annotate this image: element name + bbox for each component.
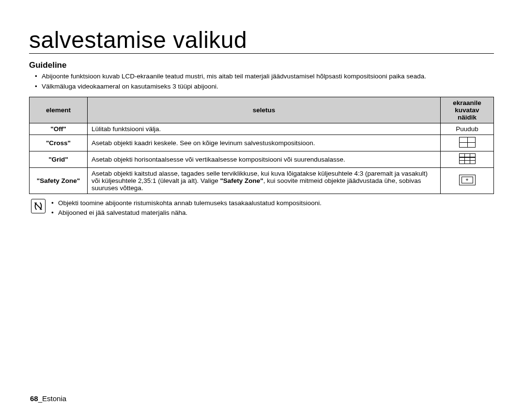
opt-display xyxy=(441,151,494,167)
opt-display: Puudub xyxy=(441,123,494,135)
options-table: element seletus ekraanile kuvatav näidik… xyxy=(29,97,494,194)
opt-desc: Lülitab funktsiooni välja. xyxy=(88,123,441,135)
table-row: "Off" Lülitab funktsiooni välja. Puudub xyxy=(30,123,494,135)
opt-key: "Off" xyxy=(30,123,88,135)
th-element: element xyxy=(30,97,88,123)
opt-key: "Grid" xyxy=(30,151,88,167)
table-row: "Cross" Asetab objekti kaadri keskele. S… xyxy=(30,135,494,151)
intro-bullet: Välkmäluga videokaameral on kasutamiseks… xyxy=(35,82,494,91)
note-icon xyxy=(31,199,46,213)
opt-desc-bold: "Safety Zone" xyxy=(220,177,263,184)
page-number: 68 xyxy=(30,394,38,403)
table-row: "Grid" Asetab objekti horisontaalsesse v… xyxy=(30,151,494,167)
opt-desc: Asetab objekti horisontaalsesse või vert… xyxy=(88,151,441,167)
note-bullet: Objekti toomine abijoonte ristumiskohta … xyxy=(51,199,322,208)
note-block: Objekti toomine abijoonte ristumiskohta … xyxy=(29,199,494,218)
opt-key: "Cross" xyxy=(30,135,88,151)
intro-bullet: Abijoonte funktsioon kuvab LCD-ekraanile… xyxy=(35,72,494,81)
section-heading-guideline: Guideline xyxy=(29,60,494,70)
intro-bullet-list: Abijoonte funktsioon kuvab LCD-ekraanile… xyxy=(29,72,494,90)
th-display: ekraanile kuvatav näidik xyxy=(441,97,494,123)
table-row: "Safety Zone" Asetab objekti kaitstud al… xyxy=(30,167,494,194)
opt-display xyxy=(441,135,494,151)
page-footer: 68_Estonia xyxy=(30,394,66,403)
opt-desc: Asetab objekti kaadri keskele. See on kõ… xyxy=(88,135,441,151)
grid-icon xyxy=(459,153,476,164)
opt-display: + xyxy=(441,167,494,194)
note-bullet: Abijooned ei jää salvestatud materjalis … xyxy=(51,209,322,217)
note-bullet-list: Objekti toomine abijoonte ristumiskohta … xyxy=(51,199,322,218)
page-title: salvestamise valikud xyxy=(29,28,494,54)
cross-icon xyxy=(459,137,476,148)
opt-key: "Safety Zone" xyxy=(30,167,88,194)
page-label: _Estonia xyxy=(38,394,66,403)
th-seletus: seletus xyxy=(88,97,441,123)
safety-zone-icon: + xyxy=(459,175,476,185)
opt-desc: Asetab objekti kaitstud alasse, tagades … xyxy=(88,167,441,194)
